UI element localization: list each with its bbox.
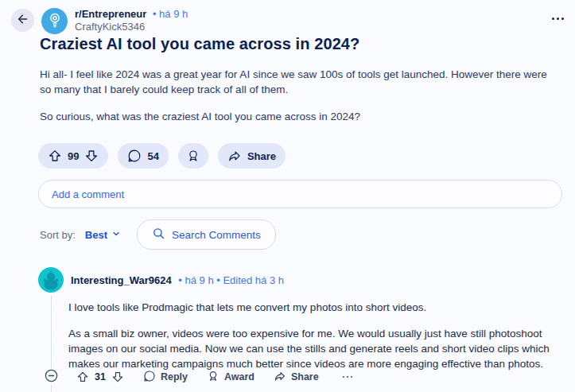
commenter-name[interactable]: Interesting_War9624 [71, 274, 172, 286]
post-action-bar: 99 54 Share [38, 143, 286, 169]
comment-bubble-icon [127, 149, 142, 163]
comments-toolbar: Sort by: Best Search Comments [40, 219, 276, 250]
reddit-post-page: r/Entrepreneur • há 9 h CraftyKick5346 C… [0, 0, 575, 392]
comment-meta: Interesting_War9624 • há 9 h • Edited há… [71, 274, 284, 286]
sort-by-label: Sort by: [40, 229, 76, 241]
post-author[interactable]: CraftyKick5346 [75, 21, 188, 33]
subreddit-name[interactable]: r/Entrepreneur [75, 8, 146, 20]
post-vote-count: 99 [68, 150, 79, 162]
post-meta: r/Entrepreneur • há 9 h CraftyKick5346 [75, 8, 188, 33]
reply-button[interactable]: Reply [143, 370, 188, 385]
lightbulb-icon [46, 11, 64, 32]
comment-body: I love tools like Prodmagic that lets me… [68, 300, 569, 371]
snoo-avatar-icon [38, 267, 64, 293]
award-button[interactable] [178, 143, 208, 169]
comment-upvote-icon[interactable] [76, 371, 89, 383]
vote-pill: 99 [38, 143, 108, 169]
subreddit-avatar[interactable] [41, 8, 68, 34]
comments-pill[interactable]: 54 [118, 143, 168, 169]
share-arrow-icon [227, 149, 242, 163]
search-comments-label: Search Comments [172, 229, 261, 241]
comment-downvote-icon[interactable] [111, 371, 124, 383]
add-comment-input[interactable]: Add a comment [38, 180, 562, 208]
comment-action-bar: 31 Reply Award Share [38, 369, 355, 385]
comment-award-label: Award [224, 371, 254, 382]
comment-award-button[interactable]: Award [207, 370, 254, 385]
comment-share-button[interactable]: Share [274, 370, 319, 385]
comment-paragraph: I love tools like Prodmagic that lets me… [68, 300, 569, 315]
comment-timestamp: • há 9 h • Edited há 3 h [178, 274, 284, 286]
collapse-thread-button[interactable] [43, 369, 59, 385]
post-body: Hi all- I feel like 2024 was a great yea… [40, 67, 558, 136]
back-arrow-icon [17, 13, 29, 29]
comment-count: 54 [147, 150, 158, 162]
post-timestamp: • há 9 h [153, 8, 188, 20]
back-button[interactable] [11, 9, 34, 32]
comment-vote-group: 31 [76, 371, 124, 383]
downvote-icon[interactable] [84, 149, 99, 163]
comment-vote-count: 31 [95, 371, 106, 382]
comment-share-label: Share [291, 371, 319, 382]
sort-dropdown[interactable]: Best [85, 227, 121, 242]
sort-selected-value: Best [85, 229, 107, 241]
comment-header: Interesting_War9624 • há 9 h • Edited há… [38, 267, 562, 293]
post-overflow-menu-icon[interactable] [550, 13, 565, 25]
search-comments-button[interactable]: Search Comments [137, 219, 276, 250]
search-icon [152, 227, 165, 243]
reply-label: Reply [161, 371, 188, 382]
post-header: r/Entrepreneur • há 9 h CraftyKick5346 [11, 8, 565, 34]
post-paragraph: Hi all- I feel like 2024 was a great yea… [40, 67, 558, 97]
post-title: Craziest AI tool you came across in 2024… [40, 35, 557, 53]
minus-circle-icon [44, 368, 59, 386]
upvote-icon[interactable] [48, 149, 62, 163]
chevron-down-icon [111, 227, 121, 242]
comment-overflow-menu-icon[interactable] [340, 373, 356, 382]
commenter-avatar[interactable] [38, 267, 64, 293]
share-button[interactable]: Share [218, 143, 286, 169]
comment-paragraph: As a small biz owner, videos were too ex… [68, 326, 569, 371]
add-comment-placeholder: Add a comment [52, 188, 124, 200]
award-ribbon-icon [186, 149, 200, 163]
share-label: Share [247, 150, 276, 162]
reply-bubble-icon [143, 370, 156, 385]
share-arrow-icon [274, 370, 286, 385]
post-paragraph: So curious, what was the craziest AI too… [40, 109, 558, 124]
award-ribbon-icon [207, 370, 220, 385]
comment: Interesting_War9624 • há 9 h • Edited há… [38, 267, 562, 382]
